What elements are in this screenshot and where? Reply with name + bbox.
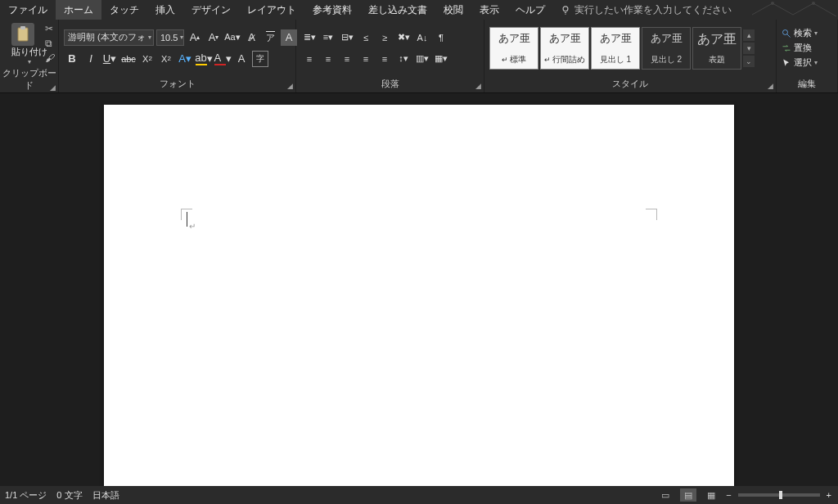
document-canvas[interactable]: ↵ [0, 93, 838, 486]
styles-launcher[interactable]: ◢ [768, 82, 773, 90]
enclose-characters-button[interactable]: A [281, 29, 297, 46]
align-right-button[interactable]: ≡ [339, 51, 355, 67]
tell-me-search[interactable]: 実行したい作業を入力してください [553, 3, 738, 17]
group-font-label: フォント [160, 79, 196, 88]
tab-insert[interactable]: 挿入 [147, 0, 183, 20]
tab-touch[interactable]: タッチ [101, 0, 147, 20]
tab-references[interactable]: 参考資料 [304, 0, 360, 20]
tab-help[interactable]: ヘルプ [507, 0, 553, 20]
style-preview: あア亜 [651, 31, 683, 46]
zoom-slider[interactable] [738, 493, 820, 497]
format-painter-button[interactable]: 🖌 [45, 52, 55, 64]
phonetic-guide-button[interactable]: ア [262, 29, 278, 46]
status-page[interactable]: 1/1 ページ [5, 489, 47, 502]
change-case-button[interactable]: Aa▾ [224, 29, 241, 46]
select-button[interactable]: 選択▾ [782, 56, 818, 69]
clear-formatting-button[interactable]: A̷ [243, 29, 259, 46]
paste-dropdown[interactable]: ▾ [11, 58, 47, 65]
numbering-button[interactable]: ≡▾ [320, 29, 336, 46]
status-language[interactable]: 日本語 [92, 489, 119, 502]
show-marks-button[interactable]: ¶ [433, 29, 449, 46]
text-effects-button[interactable]: A▾ [177, 51, 193, 67]
line-spacing-button[interactable]: ↕▾ [395, 51, 412, 67]
distributed-button[interactable]: ≡ [376, 51, 393, 67]
style-nospacing-label: ↵ 行間詰め [544, 54, 586, 65]
tab-review[interactable]: 校閲 [435, 0, 471, 20]
style-heading1-label: 見出し 1 [600, 54, 631, 65]
clipboard-icon [11, 23, 34, 46]
page[interactable]: ↵ [104, 105, 734, 486]
superscript-button[interactable]: X2 [158, 51, 174, 67]
svg-point-5 [783, 29, 788, 34]
increase-indent-button[interactable]: ≥ [376, 29, 393, 46]
character-shading-button[interactable]: A [233, 51, 250, 67]
character-border-button[interactable]: 字 [252, 51, 268, 67]
font-name-value: 游明朝 (本文のフォ [68, 31, 146, 43]
font-name-combo[interactable]: 游明朝 (本文のフォ▾ [64, 29, 154, 46]
clipboard-launcher[interactable]: ◢ [50, 83, 56, 92]
view-read-mode[interactable]: ▭ [657, 488, 674, 502]
font-size-combo[interactable]: 10.5▾ [156, 29, 184, 46]
font-color-button[interactable]: A▾ [214, 51, 231, 67]
status-word-count[interactable]: 0 文字 [56, 489, 82, 502]
copy-button[interactable]: ⧉ [45, 38, 55, 49]
zoom-in-button[interactable]: + [827, 490, 831, 500]
replace-button[interactable]: 置換 [782, 42, 812, 54]
align-justify-button[interactable]: ≡ [358, 51, 374, 67]
paragraph-launcher[interactable]: ◢ [475, 82, 481, 90]
styles-gallery-expand[interactable]: ⌄ [743, 56, 755, 67]
shrink-font-button[interactable]: A▾ [205, 29, 222, 46]
style-normal[interactable]: あア亜 ↵ 標準 [489, 27, 538, 70]
tab-mailmerge[interactable]: 差し込み文書 [360, 0, 435, 20]
group-editing: 検索▾ 置換 選択▾ 編集 [777, 20, 838, 92]
align-center-button[interactable]: ≡ [320, 51, 336, 67]
view-web-layout[interactable]: ▦ [703, 488, 719, 502]
borders-button[interactable]: ▦▾ [433, 51, 449, 67]
style-heading1[interactable]: あア亜 見出し 1 [591, 27, 640, 70]
text-cursor [187, 212, 187, 227]
style-nospacing[interactable]: あア亜 ↵ 行間詰め [540, 27, 589, 70]
paragraph-mark-icon: ↵ [189, 222, 196, 231]
tab-layout[interactable]: レイアウト [239, 0, 304, 20]
zoom-out-button[interactable]: − [726, 490, 731, 500]
subscript-button[interactable]: X2 [139, 51, 155, 67]
chevron-down-icon: ▾ [148, 34, 151, 41]
zoom-slider-thumb[interactable] [779, 491, 782, 499]
underline-button[interactable]: U▾ [101, 51, 118, 67]
styles-scroller: ▴ ▾ ⌄ [743, 29, 755, 67]
svg-point-2 [563, 7, 568, 11]
multilevel-list-button[interactable]: ⊟▾ [339, 29, 355, 46]
status-bar: 1/1 ページ 0 文字 日本語 ▭ ▤ ▦ − + [0, 486, 838, 504]
style-heading2[interactable]: あア亜 見出し 2 [642, 27, 691, 70]
style-title[interactable]: あア亜 表題 [692, 27, 741, 70]
tab-view[interactable]: 表示 [471, 0, 507, 20]
ribbon: 貼り付け ▾ ✂ ⧉ 🖌 クリップボード◢ 游明朝 (本文のフォ▾ 10.5▾ … [0, 20, 838, 93]
bullets-button[interactable]: ≣▾ [301, 29, 318, 46]
bold-button[interactable]: B [64, 51, 80, 67]
tab-home[interactable]: ホーム [56, 0, 101, 20]
font-launcher[interactable]: ◢ [287, 82, 293, 90]
highlight-button[interactable]: ab▾ [196, 51, 212, 67]
chevron-down-icon: ▾ [180, 34, 183, 41]
paste-button[interactable]: 貼り付け ▾ [11, 23, 47, 65]
paste-label: 貼り付け [11, 46, 47, 58]
shading-button[interactable]: ▥▾ [414, 51, 430, 67]
find-button[interactable]: 検索▾ [782, 27, 818, 39]
cut-button[interactable]: ✂ [45, 23, 55, 34]
decrease-indent-button[interactable]: ≤ [358, 29, 374, 46]
align-left-button[interactable]: ≡ [301, 51, 318, 67]
grow-font-button[interactable]: A▴ [187, 29, 203, 46]
styles-scroll-down[interactable]: ▾ [743, 43, 755, 54]
lightbulb-icon [560, 4, 571, 16]
italic-button[interactable]: I [83, 51, 99, 67]
group-styles: あア亜 ↵ 標準 あア亜 ↵ 行間詰め あア亜 見出し 1 あア亜 見出し 2 … [484, 20, 777, 92]
asian-layout-button[interactable]: ✖▾ [395, 29, 412, 46]
group-clipboard-label: クリップボード [2, 68, 56, 90]
tab-file[interactable]: ファイル [0, 0, 56, 20]
tab-design[interactable]: デザイン [183, 0, 239, 20]
sort-button[interactable]: A↓ [414, 29, 430, 46]
strikethrough-button[interactable]: abc [120, 51, 137, 67]
styles-scroll-up[interactable]: ▴ [743, 29, 755, 41]
group-clipboard: 貼り付け ▾ ✂ ⧉ 🖌 クリップボード◢ [0, 20, 59, 92]
view-print-layout[interactable]: ▤ [680, 488, 696, 502]
